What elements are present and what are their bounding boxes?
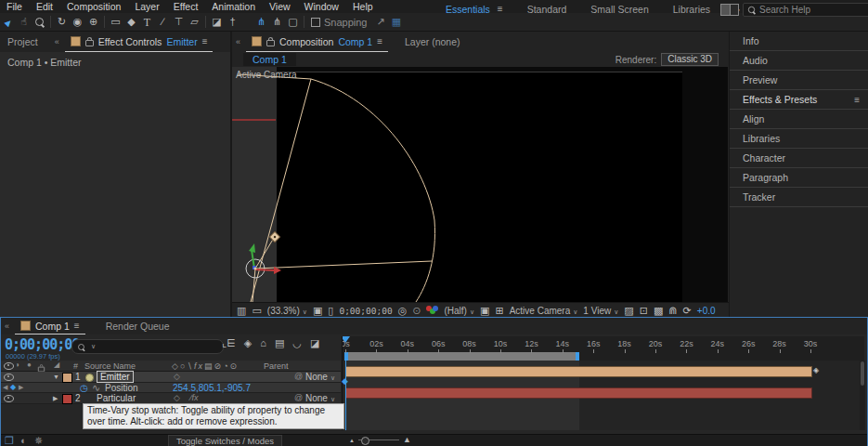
- workspace-menu-icon[interactable]: ≡: [498, 4, 503, 14]
- timeline-scrollbar[interactable]: [860, 361, 865, 430]
- zoom-slider-track[interactable]: [358, 439, 399, 440]
- rulers-icon[interactable]: ▣: [313, 306, 322, 316]
- current-time-display[interactable]: 0;00;00;00: [5, 336, 79, 353]
- property-row-position[interactable]: ◀ ◆ ▶ ◷ ∿ Position 254.5,805.1,-905.7: [1, 383, 341, 393]
- shy-layers-icon[interactable]: ▤: [275, 338, 284, 348]
- resolution-dropdown[interactable]: (Half)∨: [444, 306, 474, 316]
- composition-viewport[interactable]: Active Camera: [232, 67, 728, 302]
- layer-name[interactable]: Emitter: [97, 371, 134, 383]
- timeline-zoom-control[interactable]: ▲ ▲: [349, 436, 411, 444]
- expander-icon[interactable]: ▼: [53, 374, 59, 380]
- sidebar-item-effects-presets[interactable]: Effects & Presets≡: [730, 90, 868, 110]
- scrollbar-thumb[interactable]: [861, 361, 864, 386]
- menu-item-composition[interactable]: Composition: [67, 1, 121, 12]
- playhead-line[interactable]: [345, 361, 346, 430]
- pan-behind-tool-button[interactable]: ⊕: [85, 15, 101, 29]
- source-name-column-label[interactable]: Source Name: [84, 361, 136, 371]
- tab-layer[interactable]: Layer (none): [405, 36, 460, 47]
- panel-toggle-icon[interactable]: [720, 4, 739, 16]
- sidebar-item-paragraph[interactable]: Paragraph: [730, 168, 868, 188]
- hand-tool-button[interactable]: ☝: [16, 15, 32, 29]
- renderer-button[interactable]: Classic 3D: [661, 53, 719, 66]
- sidebar-item-libraries[interactable]: Libraries: [730, 129, 868, 149]
- menu-item-layer[interactable]: Layer: [135, 1, 159, 12]
- camera-tool-button[interactable]: ◉: [70, 15, 85, 29]
- parent-dropdown[interactable]: None∨: [305, 393, 337, 403]
- timeline-button-icon[interactable]: ⊡: [640, 306, 648, 316]
- keyframe-toggle-icon[interactable]: ◆: [10, 383, 16, 391]
- zoom-in-mountain-icon[interactable]: ▲: [403, 436, 411, 444]
- collapse-switch-icon[interactable]: ◇: [174, 394, 180, 402]
- menu-item-file[interactable]: File: [6, 1, 22, 12]
- local-axis-mode-button[interactable]: ⋔: [253, 15, 269, 29]
- menu-item-animation[interactable]: Animation: [212, 1, 255, 12]
- parent-column-label[interactable]: Parent: [264, 361, 289, 371]
- menu-item-window[interactable]: Window: [304, 1, 339, 12]
- property-value[interactable]: 254.5,805.1,-905.7: [173, 383, 251, 393]
- pixel-aspect-icon[interactable]: ▨: [624, 306, 633, 316]
- comp-flowchart-icon[interactable]: ▩: [654, 306, 663, 316]
- mini-flowchart-icon[interactable]: ⌞⋿: [222, 338, 236, 348]
- text-tool-button[interactable]: T: [139, 15, 155, 29]
- time-ruler[interactable]: 0s02s04s06s08s10s12s14s16s18s20s22s24s26…: [342, 336, 864, 361]
- sidebar-item-tracker[interactable]: Tracker: [730, 188, 868, 207]
- parent-dropdown[interactable]: None∨: [305, 372, 337, 382]
- world-axis-mode-button[interactable]: ⋔: [269, 15, 285, 29]
- selection-tool-button[interactable]: ►: [0, 15, 16, 29]
- menu-item-effect[interactable]: Effect: [174, 1, 199, 12]
- tab-project[interactable]: Project: [0, 36, 49, 47]
- eye-icon[interactable]: [4, 374, 14, 381]
- expander-icon[interactable]: ▶: [53, 395, 58, 401]
- zoom-slider-knob[interactable]: [361, 437, 369, 445]
- workspace-tab-essentials[interactable]: Essentials ≡: [446, 4, 503, 15]
- frame-blending-icon[interactable]: ◡: [292, 338, 302, 348]
- tab-timeline-comp1[interactable]: Comp 1 ≡: [15, 318, 85, 334]
- tab-render-queue[interactable]: Render Queue: [106, 321, 170, 332]
- comp-viewer-tab[interactable]: Comp 1: [243, 53, 296, 66]
- panel-menu-icon[interactable]: ≡: [202, 36, 208, 46]
- camera-view-dropdown[interactable]: Active Camera∨: [510, 306, 578, 316]
- zoom-out-mountain-icon[interactable]: ▲: [349, 438, 355, 443]
- mask-feather-button[interactable]: ▦: [389, 15, 405, 29]
- panel-menu-icon[interactable]: ≡: [74, 321, 80, 331]
- camera-hood-icon[interactable]: ⌂: [260, 338, 266, 348]
- timeline-search-input[interactable]: ∨: [71, 339, 224, 354]
- channels-icon[interactable]: [426, 306, 438, 315]
- region-of-interest-icon[interactable]: ▯: [328, 306, 333, 316]
- puppet-pin-tool-button[interactable]: †: [225, 15, 240, 29]
- zoom-tool-button[interactable]: [32, 15, 47, 29]
- eye-icon[interactable]: [4, 395, 14, 402]
- menu-item-view[interactable]: View: [269, 1, 291, 12]
- shape-tool-button[interactable]: ▭: [108, 15, 123, 29]
- monitor-icon[interactable]: ▭: [252, 306, 261, 316]
- viewport-timecode[interactable]: 0;00;00;00: [339, 306, 392, 316]
- view-axis-mode-button[interactable]: ▢: [285, 15, 301, 29]
- snapping-toggle[interactable]: Snapping: [311, 17, 368, 28]
- snapping-checkbox[interactable]: [311, 18, 320, 27]
- exposure-value[interactable]: +0.0: [697, 306, 716, 316]
- exposure-gear-icon[interactable]: ⟳: [683, 306, 692, 316]
- parent-pickwhip-icon[interactable]: @: [294, 394, 303, 402]
- always-preview-icon[interactable]: ▥: [237, 306, 246, 316]
- fast-previews-icon[interactable]: ▣: [480, 306, 489, 316]
- layer-bar-particular[interactable]: [345, 387, 812, 399]
- collapse-chevron-icon[interactable]: «: [5, 321, 9, 331]
- tab-effect-controls[interactable]: Effect Controls Emitter ≡: [65, 32, 214, 52]
- view-layout-dropdown[interactable]: 1 View∨: [583, 306, 618, 316]
- roto-brush-tool-button[interactable]: ◪: [209, 15, 225, 29]
- effect-switch-icon[interactable]: ∕fx: [190, 394, 199, 402]
- sidebar-item-info[interactable]: Info: [730, 32, 868, 51]
- rotate-tool-button[interactable]: ↻: [54, 15, 70, 29]
- collapse-chevron-icon[interactable]: «: [236, 37, 240, 46]
- label-color-swatch[interactable]: [62, 373, 72, 383]
- layer-name[interactable]: Particular: [97, 393, 136, 403]
- magnification-dropdown[interactable]: (33.3%)∨: [267, 306, 307, 316]
- layer-bar-emitter[interactable]: [345, 366, 812, 377]
- transparency-grid-icon[interactable]: ⊞: [495, 306, 503, 316]
- reset-exposure-icon[interactable]: ⋒: [668, 306, 677, 316]
- brainstorm-status-icon[interactable]: ✵: [34, 436, 43, 446]
- menu-item-edit[interactable]: Edit: [36, 1, 53, 12]
- panel-menu-icon[interactable]: ≡: [377, 36, 382, 46]
- stopwatch-icon[interactable]: ◷: [80, 383, 88, 393]
- menu-item-help[interactable]: Help: [353, 1, 373, 12]
